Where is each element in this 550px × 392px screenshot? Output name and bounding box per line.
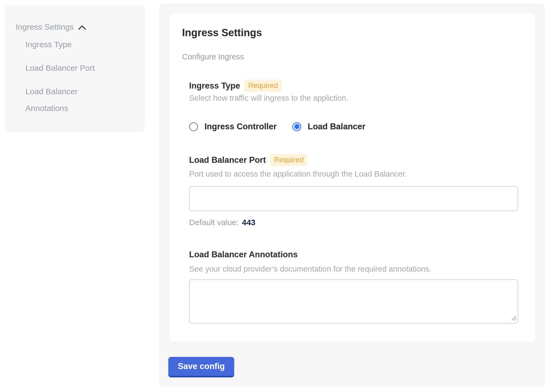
lb-port-default-line: Default value: 443 bbox=[189, 218, 256, 227]
radio-selected-icon[interactable] bbox=[292, 122, 301, 131]
radio-option-ingress-controller[interactable]: Ingress Controller bbox=[189, 122, 277, 131]
main-panel: Ingress Settings Configure Ingress Ingre… bbox=[159, 4, 545, 387]
sidebar-section-toggle[interactable]: Ingress Settings bbox=[16, 22, 86, 32]
default-value: 443 bbox=[242, 218, 255, 227]
settings-sidebar: Ingress Settings Ingress Type Load Balan… bbox=[5, 5, 145, 132]
lb-port-label: Load Balancer Port bbox=[189, 155, 266, 165]
sidebar-item-list: Ingress Type Load Balancer Port Load Bal… bbox=[25, 36, 106, 123]
ingress-settings-card: Ingress Settings Configure Ingress Ingre… bbox=[170, 13, 535, 342]
page-subtitle: Configure Ingress bbox=[182, 52, 244, 61]
radio-label-load-balancer: Load Balancer bbox=[308, 122, 365, 131]
sidebar-item-load-balancer-annotations[interactable]: Load Balancer Annotations bbox=[25, 83, 105, 117]
sidebar-item-load-balancer-port[interactable]: Load Balancer Port bbox=[25, 60, 105, 76]
radio-unselected-icon[interactable] bbox=[189, 122, 198, 131]
radio-option-load-balancer[interactable]: Load Balancer bbox=[292, 122, 365, 131]
page-title: Ingress Settings bbox=[182, 27, 262, 39]
save-config-button[interactable]: Save config bbox=[168, 357, 234, 377]
page: Ingress Settings Ingress Type Load Balan… bbox=[0, 0, 550, 392]
lb-annotations-description: See your cloud provider’s documentation … bbox=[189, 265, 431, 273]
lb-port-required-badge: Required bbox=[270, 154, 307, 166]
sidebar-item-ingress-type[interactable]: Ingress Type bbox=[25, 36, 105, 53]
lb-annotations-field bbox=[189, 279, 518, 323]
lb-port-label-row: Load Balancer Port Required bbox=[189, 154, 307, 166]
radio-label-ingress-controller: Ingress Controller bbox=[204, 122, 277, 131]
ingress-type-description: Select how traffic will ingress to the a… bbox=[189, 94, 348, 103]
lb-annotations-textarea[interactable] bbox=[189, 279, 518, 323]
lb-port-input[interactable] bbox=[189, 186, 518, 211]
ingress-type-radio-group: Ingress Controller Load Balancer bbox=[189, 122, 365, 131]
radio-dot bbox=[294, 124, 299, 129]
ingress-type-label: Ingress Type bbox=[189, 81, 240, 91]
sidebar-section-title: Ingress Settings bbox=[16, 22, 74, 32]
ingress-type-label-row: Ingress Type Required bbox=[189, 80, 282, 92]
default-value-prefix: Default value: bbox=[189, 218, 239, 227]
chevron-up-icon bbox=[78, 25, 86, 31]
resize-handle-icon[interactable] bbox=[511, 315, 517, 321]
lb-port-description: Port used to access the application thro… bbox=[189, 170, 407, 178]
ingress-type-required-badge: Required bbox=[244, 80, 282, 92]
lb-annotations-label: Load Balancer Annotations bbox=[189, 250, 298, 259]
lb-annotations-label-row: Load Balancer Annotations bbox=[189, 250, 298, 259]
